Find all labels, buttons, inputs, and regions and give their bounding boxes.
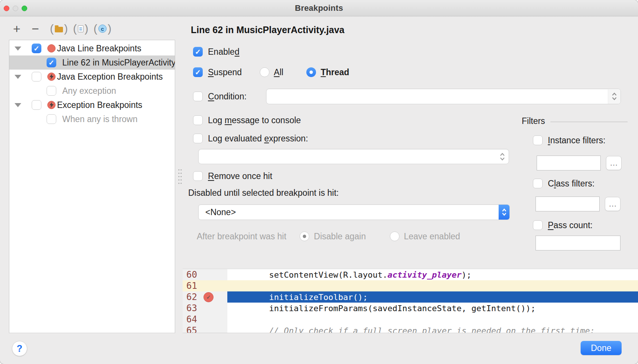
panel-splitter-handle[interactable] <box>178 168 183 184</box>
condition-combo <box>266 89 621 104</box>
breakpoint-detail-title: Line 62 in MusicPlayerActivity.java <box>191 25 344 35</box>
condition-label: Condition: <box>208 92 247 102</box>
filters-title: Filters <box>522 116 545 126</box>
group-by-file-button[interactable]: ( ) <box>50 23 68 34</box>
instance-filters-label: Instance filters: <box>548 135 606 146</box>
leave-enabled-radio[interactable] <box>390 232 399 241</box>
pass-count-input[interactable] <box>536 236 620 250</box>
remove-breakpoint-button[interactable]: − <box>30 23 41 34</box>
class-filters-row: Class filters: <box>533 178 594 189</box>
line-number: 61 <box>183 281 202 291</box>
leave-enabled-label: Leave enabled <box>404 232 460 242</box>
folder-icon <box>55 27 63 32</box>
remove-once-checkbox[interactable] <box>193 171 203 181</box>
instance-filters-input[interactable] <box>537 156 601 170</box>
minus-icon: − <box>32 23 39 34</box>
log-message-label: Log message to console <box>208 115 301 125</box>
tree-row-java-line-breakpoints[interactable]: ✓ Java Line Breakpoints <box>9 41 175 55</box>
class-icon: c <box>98 25 107 33</box>
log-expression-combo <box>198 149 509 164</box>
line-number: 63 <box>183 303 202 313</box>
log-expression-input[interactable] <box>199 149 496 164</box>
code-line-63: 63 initializeFromParams(savedInstanceSta… <box>183 303 638 314</box>
filters-divider <box>550 122 628 122</box>
tree-row-line-62[interactable]: ✓ Line 62 in MusicPlayerActivity.java <box>9 55 175 70</box>
code-line-64: 64 <box>183 314 638 325</box>
dependent-breakpoint-dropdown[interactable]: <None> <box>198 204 510 220</box>
breakpoints-dialog: Breakpoints + − ( ) ( ) ( c ) ✓ Java Lin… <box>0 0 638 364</box>
log-message-checkbox[interactable] <box>193 115 203 125</box>
line-breakpoint-icon <box>47 44 56 52</box>
remove-once-row: Remove once hit <box>193 170 272 182</box>
log-expression-row: Log evaluated expression: <box>193 133 308 144</box>
verified-breakpoint-icon: ✓ <box>203 292 214 302</box>
breakpoints-tree: ✓ Java Line Breakpoints ✓ Line 62 in Mus… <box>9 40 175 333</box>
suspend-thread-radio[interactable] <box>306 67 316 77</box>
enabled-label: Enabled <box>208 47 239 57</box>
checkbox-line-62[interactable]: ✓ <box>47 58 56 67</box>
instance-filters-browse-button[interactable]: … <box>606 156 622 170</box>
checkbox-java-exception-breakpoints[interactable] <box>32 72 41 82</box>
condition-input[interactable] <box>266 89 608 104</box>
disable-again-radio[interactable] <box>300 232 309 241</box>
enabled-checkbox[interactable]: ✓ <box>193 47 203 57</box>
code-preview: 60 setContentView(R.layout.activity_play… <box>183 269 638 333</box>
tree-row-exception-breakpoints[interactable]: Exception Breakpoints <box>9 98 175 112</box>
pass-count-checkbox[interactable] <box>533 220 543 230</box>
expand-arrow-icon[interactable] <box>15 75 21 79</box>
checkbox-exception-breakpoints[interactable] <box>32 100 41 110</box>
zoom-window-button[interactable] <box>22 6 27 11</box>
suspend-thread-label: Thread <box>320 67 349 77</box>
suspend-all-radio[interactable] <box>260 67 269 77</box>
expand-arrow-icon[interactable] <box>15 47 21 51</box>
help-button[interactable]: ? <box>12 341 27 356</box>
condition-row: Condition: <box>193 91 247 102</box>
line-number: 62 <box>183 292 202 302</box>
log-expression-stepper-icon[interactable] <box>496 149 509 164</box>
done-button[interactable]: Done <box>581 341 622 355</box>
log-expression-checkbox[interactable] <box>193 134 203 143</box>
line-number: 64 <box>183 314 202 325</box>
class-filters-label: Class filters: <box>548 179 594 189</box>
suspend-label: Suspend <box>208 67 242 77</box>
enabled-row: ✓ Enabled <box>193 46 239 57</box>
condition-stepper-icon[interactable] <box>608 89 620 104</box>
line-number: 60 <box>183 269 202 280</box>
code-line-61: 61 <box>183 280 638 291</box>
class-filters-input[interactable] <box>536 197 600 211</box>
checkbox-when-any-thrown[interactable] <box>47 114 56 124</box>
window-title: Breakpoints <box>295 3 343 13</box>
group-by-package-button[interactable]: ( ) <box>73 23 88 34</box>
instance-filters-row: Instance filters: <box>533 135 606 146</box>
code-line-62: 62 ✓ initializeToolbar(); <box>183 291 638 303</box>
after-hit-label: After breakpoint was hit <box>197 232 286 242</box>
instance-filters-checkbox[interactable] <box>533 135 543 145</box>
tree-row-when-any-thrown[interactable]: When any is thrown <box>9 112 175 126</box>
tree-row-any-exception[interactable]: Any exception <box>9 84 175 98</box>
disabled-until-label: Disabled until selected breakpoint is hi… <box>188 188 339 198</box>
exception-breakpoint-icon <box>47 101 56 109</box>
suspend-all-label: All <box>274 67 284 77</box>
remove-once-label: Remove once hit <box>208 171 272 181</box>
line-number: 65 <box>183 325 202 333</box>
class-filters-field-row: … <box>536 197 620 211</box>
pass-count-label: Pass count: <box>548 220 593 230</box>
log-message-row: Log message to console <box>193 115 301 126</box>
minimize-window-button[interactable] <box>13 6 18 11</box>
popup-arrows-icon <box>499 205 509 220</box>
condition-checkbox[interactable] <box>193 92 203 101</box>
plus-icon: + <box>13 23 20 34</box>
close-window-button[interactable] <box>4 6 9 11</box>
expand-arrow-icon[interactable] <box>15 103 21 107</box>
class-filters-browse-button[interactable]: … <box>605 197 620 211</box>
dropdown-selected-value: <None> <box>199 207 499 217</box>
suspend-checkbox[interactable]: ✓ <box>193 67 203 77</box>
tree-row-java-exception-breakpoints[interactable]: Java Exception Breakpoints <box>9 70 175 84</box>
group-by-class-button[interactable]: ( c ) <box>94 23 111 34</box>
class-filters-checkbox[interactable] <box>533 179 543 188</box>
checkbox-any-exception[interactable] <box>47 86 56 96</box>
checkbox-java-line-breakpoints[interactable]: ✓ <box>32 44 41 53</box>
after-hit-row: After breakpoint was hit Disable again L… <box>197 230 460 243</box>
tree-toolbar: + − ( ) ( ) ( c ) <box>11 20 111 37</box>
add-breakpoint-button[interactable]: + <box>11 23 22 34</box>
